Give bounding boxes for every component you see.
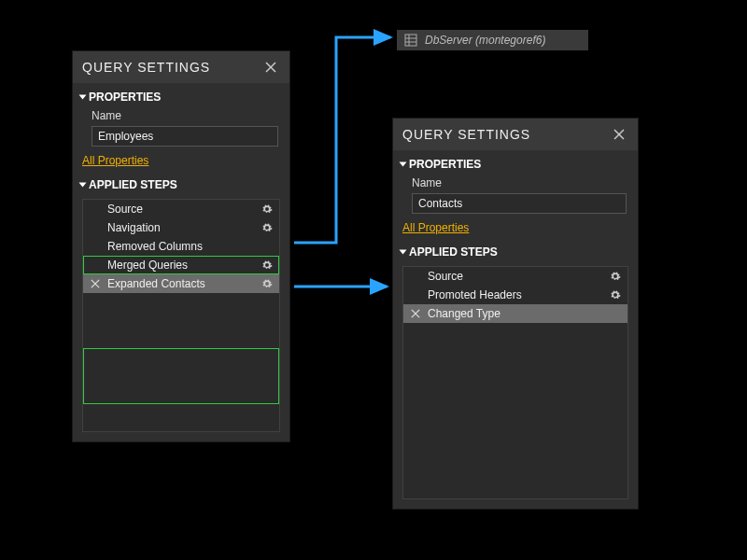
caret-down-icon [79, 183, 87, 188]
step-label: Removed Columns [107, 240, 255, 253]
gear-icon [609, 307, 622, 320]
step-label: Source [107, 203, 255, 216]
caret-down-icon [400, 250, 407, 255]
step-label: Merged Queries [107, 259, 255, 272]
step-label: Source [428, 270, 603, 283]
query-settings-panel-left: QUERY SETTINGS PROPERTIES Name All Prope… [72, 50, 290, 442]
close-icon[interactable] [610, 125, 628, 144]
applied-step[interactable]: Source [83, 200, 279, 218]
properties-section-header[interactable]: PROPERTIES [393, 150, 638, 175]
caret-down-icon [79, 95, 87, 100]
step-label: Navigation [107, 221, 255, 234]
database-icon [404, 34, 417, 47]
gear-icon[interactable] [609, 270, 622, 283]
applied-steps-label: APPLIED STEPS [409, 245, 498, 259]
panel-title: QUERY SETTINGS [402, 127, 530, 142]
applied-steps-list: SourceNavigationRemoved ColumnsMerged Qu… [82, 199, 280, 432]
name-label: Name [73, 107, 289, 124]
applied-step[interactable]: Source [403, 267, 627, 286]
properties-label: PROPERTIES [409, 158, 481, 171]
properties-section-header[interactable]: PROPERTIES [73, 83, 289, 107]
applied-step[interactable]: Merged Queries [83, 256, 279, 274]
name-label: Name [393, 175, 638, 191]
all-properties-link[interactable]: All Properties [402, 221, 469, 234]
step-label: Expanded Contacts [107, 277, 255, 290]
name-input[interactable] [92, 126, 278, 147]
name-input[interactable] [412, 193, 627, 214]
step-label: Changed Type [428, 307, 603, 320]
properties-label: PROPERTIES [89, 91, 161, 104]
applied-steps-list: SourcePromoted HeadersChanged Type [402, 266, 628, 499]
query-settings-panel-right: QUERY SETTINGS PROPERTIES Name All Prope… [392, 118, 639, 510]
applied-step[interactable]: Expanded Contacts [83, 274, 279, 293]
step-label: Promoted Headers [428, 288, 603, 301]
all-properties-link[interactable]: All Properties [82, 154, 148, 167]
applied-steps-section-header[interactable]: APPLIED STEPS [393, 238, 638, 262]
panel-title: QUERY SETTINGS [82, 60, 210, 75]
db-server-label: DbServer (montegoref6) [425, 34, 545, 47]
panel-header-right: QUERY SETTINGS [393, 119, 638, 150]
db-server-pill: DbServer (montegoref6) [397, 30, 588, 50]
gear-icon[interactable] [261, 277, 274, 290]
close-icon[interactable] [261, 58, 280, 77]
gear-icon[interactable] [261, 221, 274, 234]
delete-step-icon[interactable] [409, 309, 422, 318]
highlight-outline [83, 348, 279, 404]
gear-icon[interactable] [261, 259, 274, 272]
applied-step[interactable]: Removed Columns [83, 237, 279, 256]
applied-step[interactable]: Changed Type [403, 304, 627, 323]
delete-step-icon[interactable] [89, 279, 102, 288]
applied-steps-section-header[interactable]: APPLIED STEPS [73, 171, 289, 195]
gear-icon[interactable] [609, 288, 622, 301]
gear-icon[interactable] [261, 203, 274, 216]
gear-icon [261, 240, 274, 253]
applied-steps-label: APPLIED STEPS [89, 178, 177, 191]
svg-rect-0 [405, 35, 416, 46]
panel-header-left: QUERY SETTINGS [73, 51, 289, 83]
applied-step[interactable]: Promoted Headers [403, 286, 627, 304]
caret-down-icon [400, 162, 407, 167]
applied-step[interactable]: Navigation [83, 218, 279, 237]
